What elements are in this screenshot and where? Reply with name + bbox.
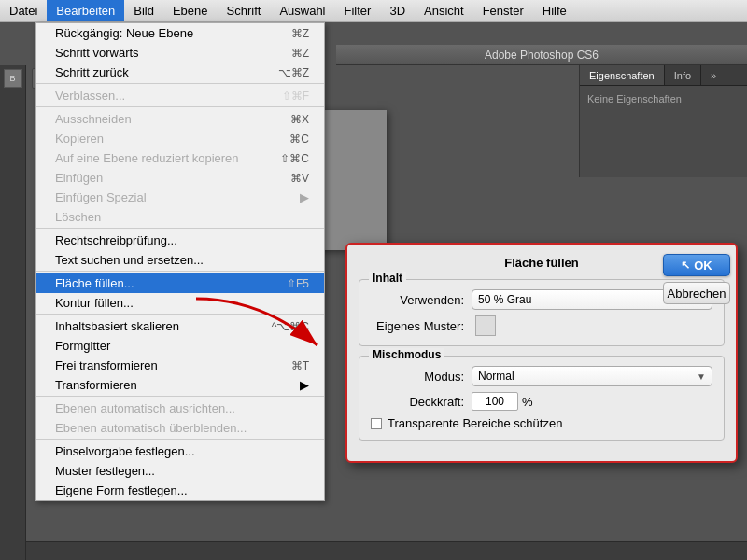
menu-kontur-fuellen[interactable]: Kontur füllen... (36, 293, 324, 315)
menu-frei-transformieren-label: Frei transformieren (55, 358, 158, 372)
modus-label: Modus: (371, 370, 464, 384)
menu-frei-transformieren[interactable]: Frei transformieren ⌘T (36, 356, 324, 375)
dialog-buttons: ↖ OK Abbrechen (663, 254, 730, 304)
menu-ebenen-ueberblenden-label: Ebenen automatisch überblenden... (55, 421, 247, 435)
modus-value: Normal (478, 370, 514, 383)
cancel-label: Abbrechen (668, 287, 726, 301)
bearbeiten-menu: Rückgängig: Neue Ebene ⌘Z Schritt vorwär… (35, 22, 325, 501)
menu-eigene-form-label: Eigene Form festlegen... (55, 483, 188, 497)
menu-schritt-zurueck-label: Schritt zurück (55, 65, 129, 79)
menu-schritt-zurueck[interactable]: Schritt zurück ⌥⌘Z (36, 63, 324, 84)
menu-datei[interactable]: Datei (0, 0, 47, 21)
menu-ebene-reduziert-label: Auf eine Ebene reduziert kopieren (55, 151, 239, 165)
left-toolbar: B (0, 65, 26, 560)
menu-schritt-zurueck-shortcut: ⌥⌘Z (278, 66, 309, 79)
menu-flaeche-fuellen[interactable]: Fläche füllen... ⇧F5 (36, 273, 324, 293)
menu-kopieren-label: Kopieren (55, 132, 104, 146)
tab-expand[interactable]: » (701, 65, 726, 85)
ps-title: Adobe Photoshop CS6 (485, 49, 599, 62)
transparente-checkbox[interactable] (371, 418, 382, 429)
menu-kontur-fuellen-label: Kontur füllen... (55, 296, 134, 310)
menu-schritt-vorwaerts-shortcut: ⌘Z (291, 47, 309, 60)
menu-muster-festlegen-label: Muster festlegen... (55, 464, 155, 478)
properties-panel: Eigenschaften Info » Keine Eigenschaften (579, 65, 747, 177)
menu-rueckgaengig-label: Rückgängig: Neue Ebene (55, 26, 193, 40)
menu-ebenen-ueberblenden[interactable]: Ebenen automatisch überblenden... (36, 418, 324, 440)
menu-rueckgaengig[interactable]: Rückgängig: Neue Ebene ⌘Z (36, 23, 324, 43)
menu-inhaltsbasiert-label: Inhaltsbasiert skalieren (55, 319, 179, 333)
menu-ausschneiden[interactable]: Ausschneiden ⌘X (36, 109, 324, 129)
menu-rueckgaengig-shortcut: ⌘Z (291, 27, 309, 40)
transformieren-submenu-arrow-icon: ▶ (300, 378, 309, 392)
menu-schrift[interactable]: Schrift (218, 0, 271, 21)
menu-ebene-reduziert-shortcut: ⇧⌘C (280, 152, 309, 165)
tool-icon[interactable]: B (4, 69, 22, 88)
menu-hilfe[interactable]: Hilfe (533, 0, 576, 21)
menu-eigene-form[interactable]: Eigene Form festlegen... (36, 481, 324, 500)
menu-ausschneiden-label: Ausschneiden (55, 112, 132, 126)
modus-select[interactable]: Normal ▼ (472, 366, 712, 386)
menu-transformieren[interactable]: Transformieren ▶ (36, 375, 324, 397)
menu-schritt-vorwaerts-label: Schritt vorwärts (55, 46, 139, 60)
modus-select-arrow-icon: ▼ (697, 371, 706, 382)
menu-verblassen-shortcut: ⇧⌘F (282, 90, 309, 103)
menu-formgitter[interactable]: Formgitter (36, 336, 324, 356)
menu-3d[interactable]: 3D (380, 0, 415, 21)
dialog-verwenden-row: Verwenden: 50 % Grau ▼ (371, 289, 712, 310)
menu-auswahl[interactable]: Auswahl (270, 0, 334, 21)
cancel-button[interactable]: Abbrechen (663, 282, 730, 304)
tab-eigenschaften[interactable]: Eigenschaften (580, 65, 665, 85)
deckkraft-label: Deckkraft: (371, 395, 464, 409)
menu-loeschen[interactable]: Löschen (36, 207, 324, 229)
menu-ebene-reduziert[interactable]: Auf eine Ebene reduziert kopieren ⇧⌘C (36, 148, 324, 168)
menu-rechtschreibpruefung[interactable]: Rechtschreibprüfung... (36, 231, 324, 250)
menu-einfuegen[interactable]: Einfügen ⌘V (36, 168, 324, 188)
menu-einfuegen-shortcut: ⌘V (290, 172, 309, 185)
menu-einfuegen-label: Einfügen (55, 171, 103, 185)
menu-inhaltsbasiert[interactable]: Inhaltsbasiert skalieren ^⌥⌘C (36, 316, 324, 336)
dialog-mischmodus-section: Mischmodus Modus: Normal ▼ Deckkraft: % … (359, 356, 725, 441)
menu-bearbeiten[interactable]: Bearbeiten (47, 0, 124, 21)
dialog-deckkraft-row: Deckkraft: % (371, 392, 712, 411)
cursor-icon: ↖ (681, 259, 690, 272)
menu-kopieren[interactable]: Kopieren ⌘C (36, 129, 324, 148)
menu-bild[interactable]: Bild (124, 0, 163, 21)
tab-info[interactable]: Info (665, 65, 701, 85)
menu-ebenen-ausrichten-label: Ebenen automatisch ausrichten... (55, 401, 235, 415)
menu-verblassen[interactable]: Verblassen... ⇧⌘F (36, 86, 324, 107)
menu-pinselvorgabe-label: Pinselvorgabe festlegen... (55, 444, 195, 458)
dialog-eigenes-muster-row: Eigenes Muster: (371, 315, 712, 336)
menu-schritt-vorwaerts[interactable]: Schritt vorwärts ⌘Z (36, 43, 324, 63)
menu-fenster[interactable]: Fenster (473, 0, 533, 21)
deckkraft-unit: % (522, 395, 533, 409)
properties-tabs: Eigenschaften Info » (580, 65, 747, 86)
verwenden-value: 50 % Grau (478, 293, 531, 306)
ps-titlebar: Adobe Photoshop CS6 (336, 45, 747, 65)
menu-text-suchen-label: Text suchen und ersetzen... (55, 253, 204, 267)
dialog-modus-row: Modus: Normal ▼ (371, 366, 712, 386)
transparente-checkbox-label: Transparente Bereiche schützen (388, 416, 562, 430)
menu-ansicht[interactable]: Ansicht (415, 0, 473, 21)
dialog-checkbox-row: Transparente Bereiche schützen (371, 416, 712, 430)
properties-content: Keine Eigenschaften (580, 86, 747, 112)
dialog-mischmodus-label: Mischmodus (369, 348, 444, 361)
menu-pinselvorgabe[interactable]: Pinselvorgabe festlegen... (36, 441, 324, 461)
submenu-arrow-icon: ▶ (300, 190, 309, 204)
ok-button[interactable]: ↖ OK (663, 254, 730, 276)
eigenes-muster-label: Eigenes Muster: (371, 319, 464, 333)
menu-formgitter-label: Formgitter (55, 339, 110, 353)
menu-ebene[interactable]: Ebene (163, 0, 218, 21)
menu-inhaltsbasiert-shortcut: ^⌥⌘C (272, 320, 309, 333)
deckkraft-input[interactable] (472, 392, 518, 411)
menu-ebenen-ausrichten[interactable]: Ebenen automatisch ausrichten... (36, 399, 324, 418)
verwenden-label: Verwenden: (371, 293, 464, 307)
dialog-inhalt-label: Inhalt (369, 272, 406, 285)
menu-text-suchen[interactable]: Text suchen und ersetzen... (36, 250, 324, 272)
menu-filter[interactable]: Filter (335, 0, 381, 21)
menu-frei-transformieren-shortcut: ⌘T (291, 359, 309, 372)
menu-einfuegen-spezial[interactable]: Einfügen Spezial ▶ (36, 188, 324, 207)
menubar: Datei Bearbeiten Bild Ebene Schrift Ausw… (0, 0, 747, 22)
menu-ausschneiden-shortcut: ⌘X (290, 113, 309, 126)
menu-muster-festlegen[interactable]: Muster festlegen... (36, 461, 324, 481)
pattern-swatch[interactable] (475, 315, 496, 336)
